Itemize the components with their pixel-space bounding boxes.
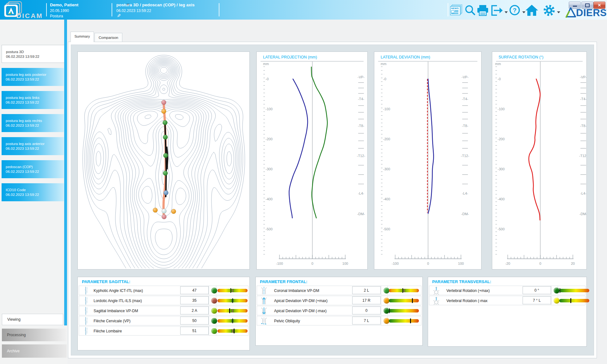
marker-spine-3 (163, 153, 168, 158)
range-marker (389, 308, 390, 313)
svg-text:mm: mm (381, 62, 386, 66)
marker-spine-2 (163, 135, 168, 140)
spine-sagittal-icon (82, 317, 90, 327)
sidebar-accent-strip (64, 20, 67, 325)
svg-text:-T4-: -T4- (462, 97, 469, 101)
status-dot (211, 288, 217, 294)
marker-spine-4 (163, 171, 168, 176)
settings-dropdown-caret[interactable] (557, 11, 560, 13)
svg-text:-T12-: -T12- (461, 154, 469, 158)
marker-spine-1 (163, 120, 168, 125)
parameter-row: Vertebral Rotation (+max)0 ° (429, 286, 586, 295)
svg-text:-T4-: -T4- (358, 97, 365, 101)
sidebar-item-title: postura leg axis links (6, 95, 64, 100)
header-divider (112, 3, 112, 16)
patient-name: Demo, Patient (50, 3, 78, 7)
sidebar-item-postura-leg-axis-links[interactable]: postura leg axis links06.02.2023 13:59:2… (2, 91, 64, 109)
parameter-row: Kyphotic Angle ICT-ITL (max)47 (79, 286, 248, 295)
export-icon[interactable] (491, 4, 504, 16)
spine-shadow-bulge (167, 147, 168, 169)
parameter-value: 0 (352, 306, 381, 314)
edit-measurement-icon[interactable]: ✎ (117, 13, 121, 19)
sidebar-item-datetime: 06.02.2023 13:59:22 (6, 146, 64, 151)
svg-text:-400: -400 (498, 197, 505, 201)
sidebar-item-postura-leg-axis-posterior[interactable]: postura leg axis posterior06.02.2023 13:… (2, 68, 64, 86)
mode-button-archive[interactable]: Archive (2, 344, 67, 358)
header-divider (448, 3, 448, 16)
app-header: DICAM Demo, Patient 20.05.1990 Postura p… (0, 0, 607, 20)
range-indicator-bar (559, 289, 589, 292)
sidebar-item-icd10-code[interactable]: ICD10 Code06.02.2023 13:59:22 (2, 183, 64, 201)
svg-text:20: 20 (571, 262, 575, 265)
parameter-value: 7 L (352, 317, 381, 325)
parameter-panel-title: PARAMETER TRANSVERSAL: (432, 279, 491, 284)
body-pelvic-icon (260, 317, 268, 327)
diers-logo: DIERS ® (565, 7, 607, 18)
range-indicator-bar (218, 299, 248, 302)
news-icon[interactable]: NEWS (450, 5, 462, 15)
svg-text:-200: -200 (383, 137, 390, 141)
chart-panel-lateral_projection: LATERAL PROJECTION (mm)mm-0-100-200-300-… (256, 52, 368, 270)
parameter-panel-1: PARAMETER FRONTAL:Coronal Imbalance VP-D… (255, 277, 423, 346)
svg-text:-100: -100 (498, 107, 505, 111)
range-marker (560, 288, 561, 293)
range-indicator-bar (218, 289, 248, 292)
range-marker (234, 329, 235, 333)
print-icon[interactable] (477, 4, 489, 17)
svg-text:-T8-: -T8- (580, 124, 586, 128)
sidebar-item-postura-leg-axis-rechts[interactable]: postura leg axis rechts06.02.2023 13:59:… (2, 114, 64, 132)
status-dot (211, 308, 217, 314)
search-icon[interactable] (464, 4, 476, 16)
svg-text:-L4-: -L4- (462, 191, 468, 195)
sidebar-item-title: postura 3D (6, 50, 64, 54)
home-icon[interactable] (525, 4, 539, 17)
parameter-row: Coronal Imbalance VP-DM2 L (257, 286, 421, 295)
svg-text:LATERAL DEVIATION (mm): LATERAL DEVIATION (mm) (381, 55, 430, 59)
parameter-label: Pelvic Obliquity (274, 319, 300, 323)
sidebar-item-title: postura leg axis anterior (6, 142, 64, 146)
svg-text:-100: -100 (276, 262, 283, 265)
tab-comparison[interactable]: Comparison (95, 33, 122, 42)
range-indicator-bar (389, 319, 419, 323)
svg-text:-300: -300 (383, 167, 390, 171)
export-dropdown-caret[interactable] (505, 11, 508, 13)
body-coronal-icon (260, 286, 268, 296)
parameter-row: Flèche Cervicale (VP)50 (79, 316, 248, 325)
parameter-value: 2 L (352, 286, 381, 294)
sidebar-item-postura-3d[interactable]: postura 3D06.02.2023 13:59:22 (2, 45, 65, 63)
parameter-value: 17 R (352, 296, 381, 304)
header-divider (46, 3, 47, 16)
tab-summary[interactable]: Summary (71, 32, 94, 42)
sidebar-item-postura-leg-axis-anterior[interactable]: postura leg axis anterior06.02.2023 13:5… (2, 137, 64, 155)
svg-text:-0: -0 (498, 77, 501, 81)
svg-text:-DM-: -DM- (461, 212, 469, 216)
svg-text:-DM-: -DM- (357, 212, 365, 216)
svg-text:-500: -500 (498, 227, 505, 231)
svg-text:-T8-: -T8- (358, 124, 365, 128)
svg-text:-400: -400 (266, 197, 273, 201)
parameter-label: Flèche Lombaire (94, 329, 122, 333)
range-marker (410, 318, 411, 323)
svg-text:-20: -20 (505, 262, 510, 265)
diers-triangle-icon (565, 7, 576, 18)
range-marker (232, 318, 233, 323)
settings-icon[interactable] (543, 4, 556, 17)
range-indicator-bar (389, 289, 419, 292)
marker-dimple-right (171, 209, 176, 214)
mode-button-processing[interactable]: Processing (2, 329, 67, 341)
svg-text:-DM-: -DM- (579, 212, 586, 216)
help-icon[interactable]: ? (509, 4, 521, 16)
svg-text:LATERAL PROJECTION (mm): LATERAL PROJECTION (mm) (263, 55, 317, 59)
parameter-panel-2: PARAMETER TRANSVERSAL:Vertebral Rotation… (428, 277, 587, 347)
vertebra-rotation-icon (432, 286, 440, 296)
svg-text:0: 0 (311, 262, 313, 265)
status-dot (211, 318, 217, 324)
mode-button-viewing[interactable]: Viewing (2, 314, 63, 325)
sidebar-item-datetime: 06.02.2023 13:59:22 (6, 77, 64, 82)
svg-text:-300: -300 (498, 167, 505, 171)
dicam-application-window: DICAM Demo, Patient 20.05.1990 Postura p… (0, 0, 607, 364)
svg-text:-100: -100 (383, 107, 390, 111)
sidebar-item-pedoscan-cop-[interactable]: pedoscan (COP)06.02.2023 13:59:22 (2, 160, 64, 178)
svg-text:mm: mm (263, 62, 269, 66)
svg-text:100: 100 (458, 262, 464, 265)
